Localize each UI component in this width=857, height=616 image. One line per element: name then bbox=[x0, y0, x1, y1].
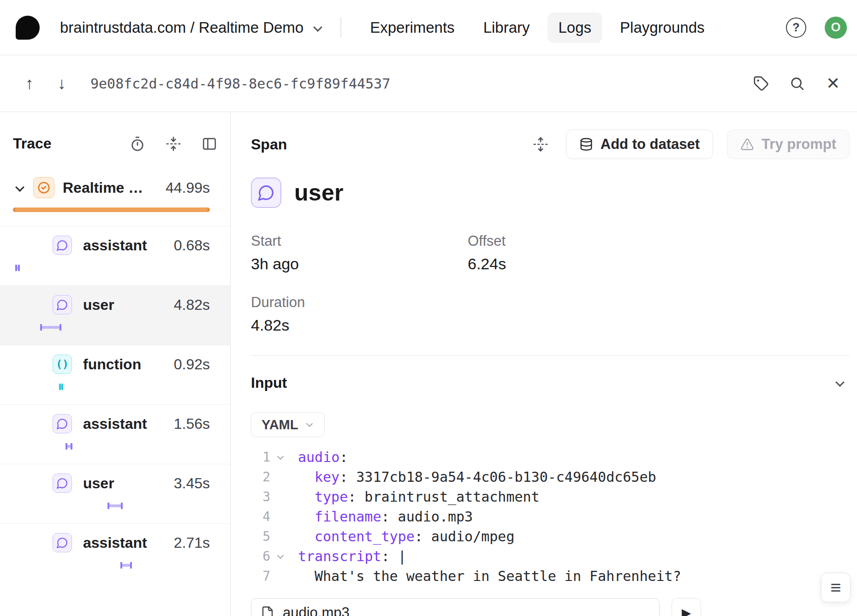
span-timeline-bar bbox=[65, 443, 72, 450]
collapse-all-icon[interactable] bbox=[166, 136, 181, 152]
span-type-icon bbox=[53, 295, 72, 314]
divider bbox=[340, 18, 341, 38]
trace-row-root[interactable]: Realtime ses... 44.99s bbox=[0, 164, 230, 226]
span-timeline-bar bbox=[107, 503, 123, 509]
code-text: key: 3317cb18-9a54-4c06-b130-c49640dc65e… bbox=[291, 469, 656, 485]
trace-row[interactable]: user 4.82s bbox=[0, 285, 230, 345]
try-prompt-button[interactable]: Try prompt bbox=[727, 130, 850, 159]
span-timeline-bar bbox=[40, 324, 61, 331]
trace-tree: Realtime ses... 44.99s assistant 0.68s u… bbox=[0, 164, 230, 583]
meta-label: Start bbox=[251, 233, 468, 249]
input-section-title: Input bbox=[251, 374, 287, 391]
code-text: filename: audio.mp3 bbox=[291, 509, 473, 525]
trace-row[interactable]: user 3.45s bbox=[0, 464, 230, 523]
breadcrumb-label: braintrustdata.com / Realtime Demo bbox=[60, 19, 304, 36]
close-icon[interactable]: ✕ bbox=[822, 72, 844, 95]
braintrust-logo-icon[interactable] bbox=[16, 16, 40, 40]
span-panel-title: Span bbox=[251, 136, 287, 153]
line-number: 5 bbox=[251, 529, 270, 544]
span-timeline-bar bbox=[15, 265, 19, 271]
span-label: function bbox=[83, 356, 141, 373]
unfold-vertical-icon[interactable] bbox=[533, 136, 548, 152]
code-text: transcript: | bbox=[291, 548, 406, 564]
span-actions: Add to dataset Try prompt bbox=[533, 130, 850, 159]
play-audio-button[interactable]: ▶ bbox=[672, 598, 701, 616]
span-label: user bbox=[83, 475, 114, 492]
span-duration: 0.92s bbox=[167, 356, 210, 373]
add-to-dataset-button[interactable]: Add to dataset bbox=[566, 130, 713, 159]
code-line: 2 key: 3317cb18-9a54-4c06-b130-c49640dc6… bbox=[251, 467, 850, 487]
code-line: 4 filename: audio.mp3 bbox=[251, 507, 850, 527]
chevron-down-icon bbox=[312, 22, 323, 33]
root-timeline-bar bbox=[13, 207, 210, 212]
database-icon bbox=[579, 137, 593, 151]
span-timeline-track bbox=[13, 443, 210, 450]
line-number: 7 bbox=[251, 569, 270, 584]
span-label: assistant bbox=[83, 415, 147, 432]
warning-icon bbox=[740, 137, 754, 151]
meta-start: Start 3h ago bbox=[251, 233, 468, 273]
line-number: 3 bbox=[251, 489, 270, 504]
line-number: 6 bbox=[251, 549, 270, 564]
span-timeline-track bbox=[13, 207, 210, 215]
code-line: 7 What's the weather in Seattle in Fahre… bbox=[251, 566, 850, 586]
meta-value: 4.82s bbox=[251, 316, 468, 334]
span-type-icon bbox=[53, 236, 72, 255]
expand-chevron-icon[interactable] bbox=[14, 182, 25, 193]
span-label: user bbox=[83, 296, 114, 314]
chat-bubble-icon bbox=[251, 178, 281, 208]
span-label: Realtime ses... bbox=[63, 179, 151, 196]
fold-chevron-icon[interactable] bbox=[270, 453, 291, 462]
toolbar-right: ✕ bbox=[750, 72, 844, 95]
code-line: 3 type: braintrust_attachment bbox=[251, 487, 850, 507]
span-meta: Start 3h ago Offset 6.24s Duration 4.82s bbox=[251, 233, 850, 334]
code-text: type: braintrust_attachment bbox=[291, 489, 540, 505]
span-panel-header: Span Add to dataset Try prompt bbox=[251, 130, 850, 159]
trace-row[interactable]: assistant 0.68s bbox=[0, 226, 230, 285]
span-title-row: user bbox=[251, 178, 850, 208]
line-number: 4 bbox=[251, 509, 270, 524]
nav-library[interactable]: Library bbox=[472, 12, 541, 43]
tag-icon[interactable] bbox=[750, 72, 772, 95]
menu-button[interactable]: ≡ bbox=[821, 573, 851, 602]
input-section-header[interactable]: Input bbox=[251, 373, 850, 392]
span-duration: 0.68s bbox=[167, 237, 210, 254]
span-timeline-track bbox=[13, 502, 210, 509]
down-arrow-icon: ↓ bbox=[58, 74, 66, 93]
span-type-icon bbox=[53, 474, 72, 493]
previous-trace-button[interactable]: ↑ bbox=[18, 72, 41, 95]
trace-rows: assistant 0.68s user 4.82s () function 0… bbox=[0, 226, 230, 583]
span-timeline-track bbox=[13, 264, 210, 272]
trace-row[interactable]: () function 0.92s bbox=[0, 345, 230, 404]
meta-label: Duration bbox=[251, 294, 468, 311]
audio-attachment[interactable]: audio.mp3 bbox=[251, 598, 660, 616]
trace-panel: Trace Realtime ses... 44.99 bbox=[0, 112, 231, 616]
topnav-right: ? O bbox=[786, 17, 847, 39]
meta-label: Offset bbox=[468, 233, 850, 249]
next-trace-button[interactable]: ↓ bbox=[51, 72, 73, 95]
code-text: content_type: audio/mpeg bbox=[291, 528, 515, 545]
chevron-down-icon bbox=[305, 420, 314, 429]
span-duration: 2.71s bbox=[167, 534, 210, 551]
avatar[interactable]: O bbox=[825, 17, 847, 39]
nav-logs[interactable]: Logs bbox=[548, 12, 603, 43]
span-type-icon bbox=[53, 533, 72, 552]
fold-chevron-icon[interactable] bbox=[270, 552, 291, 561]
help-icon[interactable]: ? bbox=[786, 18, 806, 38]
add-to-dataset-label: Add to dataset bbox=[601, 136, 700, 153]
chevron-down-icon[interactable] bbox=[834, 377, 845, 388]
nav-experiments[interactable]: Experiments bbox=[359, 12, 465, 43]
span-duration: 1.56s bbox=[167, 415, 210, 432]
format-select[interactable]: YAML bbox=[251, 412, 325, 437]
span-type-icon bbox=[53, 414, 72, 433]
app: braintrustdata.com / Realtime Demo Exper… bbox=[0, 0, 857, 616]
search-icon[interactable] bbox=[786, 72, 808, 95]
trace-row[interactable]: assistant 1.56s bbox=[0, 404, 230, 464]
trace-row[interactable]: assistant 2.71s bbox=[0, 523, 230, 583]
project-breadcrumb[interactable]: braintrustdata.com / Realtime Demo bbox=[60, 19, 323, 36]
side-panel-icon[interactable] bbox=[202, 136, 217, 152]
question-mark: ? bbox=[792, 21, 799, 34]
timer-icon[interactable] bbox=[130, 136, 145, 152]
nav-playgrounds[interactable]: Playgrounds bbox=[609, 12, 715, 43]
meta-value: 3h ago bbox=[251, 255, 468, 273]
